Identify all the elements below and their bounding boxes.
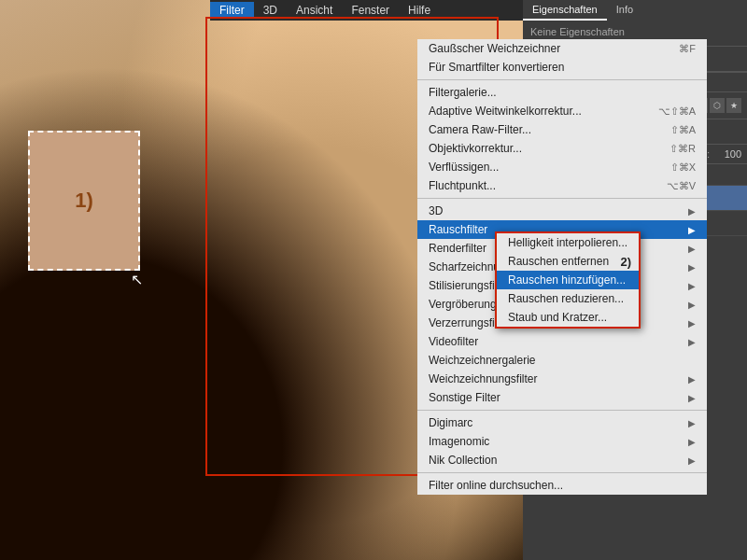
sep3 bbox=[417, 410, 707, 411]
filter-gausscher[interactable]: Gaußscher Weichzeichner ⌘F bbox=[417, 39, 707, 58]
submenu-hinzufuegen[interactable]: Rauschen hinzufügen... bbox=[497, 271, 639, 289]
tab-eigenschaften[interactable]: Eigenschaften bbox=[523, 0, 607, 21]
submenu-entfernen-row: Rauschen entfernen 2) bbox=[497, 252, 639, 271]
tab-info[interactable]: Info bbox=[607, 0, 642, 21]
filter-fluchtpunkt[interactable]: Fluchtpunkt... ⌥⌘V bbox=[417, 176, 707, 195]
filter-sonstige[interactable]: Sonstige Filter ▶ bbox=[417, 388, 707, 407]
sep1 bbox=[417, 79, 707, 80]
filter-filtergalerie[interactable]: Filtergalerie... bbox=[417, 83, 707, 102]
panel-tabs: Eigenschaften Info bbox=[523, 0, 747, 21]
cursor-icon: ↖ bbox=[131, 271, 146, 289]
selection-label: 1) bbox=[75, 189, 93, 213]
submenu-entfernen[interactable]: Rauschen entfernen bbox=[497, 252, 621, 271]
submenu-staub[interactable]: Staub und Kratzer... bbox=[497, 308, 639, 327]
filter-videofilter[interactable]: Videofilter ▶ bbox=[417, 332, 707, 351]
filter-smart-icon[interactable]: ★ bbox=[726, 98, 741, 113]
filter-nik-collection[interactable]: Nik Collection ▶ bbox=[417, 451, 707, 469]
submenu-reduzieren[interactable]: Rauschen reduzieren... bbox=[497, 289, 639, 308]
filter-3d[interactable]: 3D ▶ bbox=[417, 202, 707, 220]
filter-objektiv[interactable]: Objektivkorrektur... ⇧⌘R bbox=[417, 139, 707, 158]
filter-weitwinkel[interactable]: Adaptive Weitwinkelkorrektur... ⌥⇧⌘A bbox=[417, 102, 707, 120]
filter-weichzeichnungsfilter[interactable]: Weichzeichnungsfilter ▶ bbox=[417, 370, 707, 388]
filter-smartfilter[interactable]: Für Smartfilter konvertieren bbox=[417, 58, 707, 77]
filter-imagenomic[interactable]: Imagenomic ▶ bbox=[417, 432, 707, 451]
fill-value: 100 bbox=[713, 148, 741, 160]
sep4 bbox=[417, 472, 707, 473]
submenu-helligkeit[interactable]: Helligkeit interpolieren... bbox=[497, 233, 639, 252]
filter-shape-icon[interactable]: ⬡ bbox=[710, 98, 725, 113]
filter-verfluessigen[interactable]: Verflüssigen... ⇧⌘X bbox=[417, 158, 707, 176]
filter-weichzeichnergalerie[interactable]: Weichzeichnergalerie bbox=[417, 351, 707, 370]
filter-cameraraw[interactable]: Camera Raw-Filter... ⇧⌘A bbox=[417, 120, 707, 139]
filter-digimarc[interactable]: Digimarc ▶ bbox=[417, 413, 707, 432]
label-2: 2) bbox=[621, 255, 640, 269]
sep2 bbox=[417, 198, 707, 199]
rauschen-submenu: Helligkeit interpolieren... Rauschen ent… bbox=[495, 231, 641, 329]
selection-box: 1) bbox=[28, 131, 140, 271]
filter-dropdown-container: Gaußscher Weichzeichner ⌘F Für Smartfilt… bbox=[205, 17, 499, 476]
filter-online[interactable]: Filter online durchsuchen... bbox=[417, 476, 707, 495]
